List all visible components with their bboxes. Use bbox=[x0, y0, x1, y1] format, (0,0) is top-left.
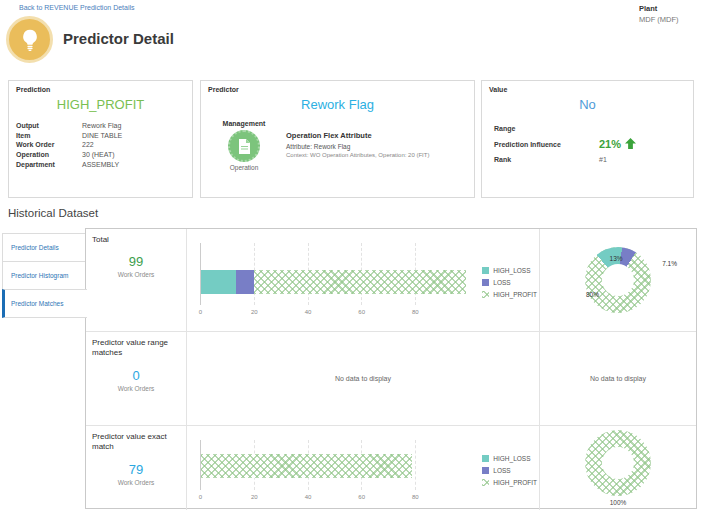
exact-match-donut bbox=[585, 430, 651, 496]
plant-label: Plant bbox=[639, 4, 694, 13]
prediction-field-row: Operation30 (HEAT) bbox=[16, 150, 185, 160]
range-row: Range bbox=[494, 122, 686, 135]
operation-icon-label: Operation bbox=[208, 164, 280, 171]
management-label: Management bbox=[208, 120, 280, 127]
value-card-title: Value bbox=[489, 86, 686, 93]
chart-legend: HIGH_LOSS LOSS HIGH_PROFIT bbox=[468, 235, 537, 329]
prediction-field-row: Work Order222 bbox=[16, 140, 185, 150]
range-matches-bar-nodata: No data to display bbox=[187, 332, 540, 426]
legend-loss[interactable]: LOSS bbox=[482, 467, 537, 474]
exact-match-stacked-bar bbox=[201, 454, 468, 478]
prediction-card: Prediction HIGH_PROFIT OutputRework Flag… bbox=[8, 80, 193, 198]
page-title: Predictor Detail bbox=[63, 30, 174, 47]
historical-dataset-title: Historical Dataset bbox=[8, 207, 98, 219]
bar-segment-loss bbox=[236, 270, 255, 294]
operation-document-icon bbox=[228, 130, 260, 162]
historical-dataset-panel: Total 99 Work Orders 0 20 40 60 80 HI bbox=[85, 228, 697, 509]
prediction-influence-row: Prediction Influence 21% bbox=[494, 135, 686, 153]
exact-match-donut-chart: 100% bbox=[540, 426, 696, 510]
historical-tabs: Predictor Details Predictor Histogram Pr… bbox=[2, 234, 86, 318]
prediction-card-title: Prediction bbox=[16, 86, 185, 93]
range-matches-donut-nodata: No data to display bbox=[540, 332, 696, 426]
total-stacked-bar bbox=[201, 270, 468, 294]
context-line: Context: WO Operation Attributes, Operat… bbox=[286, 152, 429, 158]
prediction-field-row: OutputRework Flag bbox=[16, 121, 185, 131]
exact-match-count: 79 bbox=[92, 462, 180, 477]
predictor-card-title: Predictor bbox=[208, 86, 467, 93]
prediction-value: HIGH_PROFIT bbox=[16, 97, 185, 112]
bar-segment-high-profit bbox=[254, 270, 465, 294]
rank-value: #1 bbox=[599, 156, 607, 163]
legend-loss[interactable]: LOSS bbox=[482, 279, 537, 286]
donut-label-loss: 7.1% bbox=[662, 260, 677, 267]
tab-predictor-details[interactable]: Predictor Details bbox=[2, 233, 86, 262]
legend-high-loss[interactable]: HIGH_LOSS bbox=[482, 455, 537, 462]
predictor-card: Predictor Rework Flag Management Operati… bbox=[200, 80, 475, 198]
range-matches-row-header: Predictor value range matches 0 Work Ord… bbox=[86, 332, 187, 426]
legend-high-profit[interactable]: HIGH_PROFIT bbox=[482, 479, 537, 486]
tab-predictor-matches[interactable]: Predictor Matches bbox=[2, 289, 87, 318]
tab-predictor-histogram[interactable]: Predictor Histogram bbox=[2, 261, 86, 290]
rank-row: Rank #1 bbox=[494, 153, 686, 166]
legend-swatch-loss bbox=[482, 279, 489, 286]
back-to-prediction-details-link[interactable]: Back to REVENUE Prediction Details bbox=[19, 4, 135, 11]
influence-up-arrow-icon bbox=[625, 135, 636, 153]
exact-match-row-header: Predictor value exact match 79 Work Orde… bbox=[86, 426, 187, 510]
plant-value: MDF (MDF) bbox=[639, 15, 694, 24]
predictor-value: Rework Flag bbox=[208, 97, 467, 112]
range-matches-count: 0 bbox=[92, 368, 180, 383]
value-card: Value No Range Prediction Influence 21% … bbox=[481, 80, 694, 198]
attribute-line: Attribute: Rework Flag bbox=[286, 143, 429, 150]
donut-label-high-loss: 13% bbox=[610, 255, 623, 262]
prediction-field-row: ItemDINE TABLE bbox=[16, 131, 185, 141]
legend-swatch-high-loss bbox=[482, 455, 489, 462]
chart-legend: HIGH_LOSS LOSS HIGH_PROFIT bbox=[468, 432, 537, 508]
total-bar-chart: 0 20 40 60 80 HIGH_LOSS LOSS HIGH_PROFIT bbox=[187, 229, 540, 332]
lightbulb-icon bbox=[6, 16, 53, 63]
legend-swatch-high-loss bbox=[482, 267, 489, 274]
plant-context: Plant MDF (MDF) bbox=[639, 4, 694, 24]
exact-match-bar-chart: 0 20 40 60 80 HIGH_LOSS LOSS HIGH_PROFIT bbox=[187, 426, 540, 510]
legend-swatch-high-profit bbox=[482, 291, 489, 298]
total-donut: 13% 7.1% 80% bbox=[585, 247, 651, 313]
predictor-current-value: No bbox=[489, 97, 686, 112]
total-count: 99 bbox=[92, 254, 180, 269]
donut-label-high-profit: 80% bbox=[586, 291, 599, 298]
total-row-header: Total 99 Work Orders bbox=[86, 229, 187, 332]
total-donut-chart: 13% 7.1% 80% bbox=[540, 229, 696, 332]
attribute-title: Operation Flex Attribute bbox=[286, 131, 429, 140]
prediction-field-row: DepartmentASSEMBLY bbox=[16, 160, 185, 170]
legend-swatch-high-profit bbox=[482, 479, 489, 486]
legend-high-loss[interactable]: HIGH_LOSS bbox=[482, 267, 537, 274]
donut-label-100: 100% bbox=[610, 499, 627, 506]
bar-segment-high-loss bbox=[201, 270, 236, 294]
legend-high-profit[interactable]: HIGH_PROFIT bbox=[482, 291, 537, 298]
bar-segment-high-profit bbox=[201, 454, 412, 478]
legend-swatch-loss bbox=[482, 467, 489, 474]
influence-value: 21% bbox=[599, 138, 621, 150]
